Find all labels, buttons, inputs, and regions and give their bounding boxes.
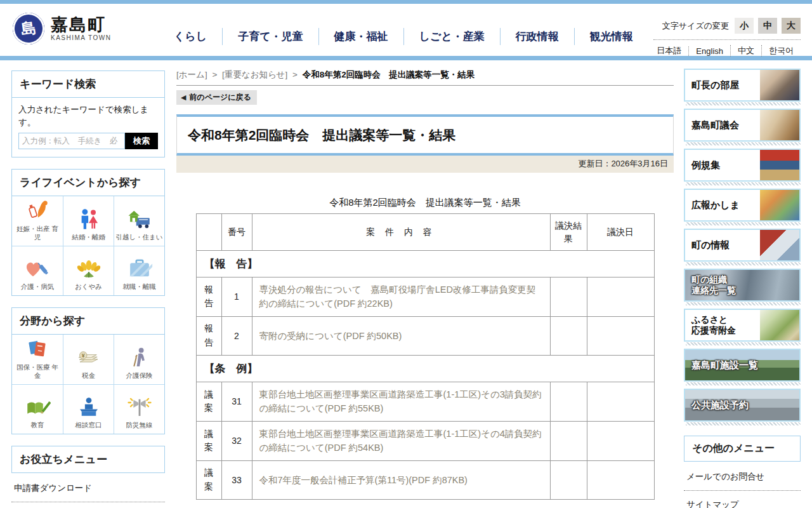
- life-event-employment[interactable]: 就職・離職: [114, 246, 164, 295]
- table-row: 議案 32 東部台地土地区画整理事業区画道路築造工事(1-1工区)その4請負契約…: [196, 421, 654, 460]
- life-event-care[interactable]: 介護・病気: [12, 246, 63, 295]
- row-content: 東部台地土地区画整理事業区画道路築造工事(1-1工区)その4請負契約の締結につい…: [252, 421, 550, 460]
- banner-label: 広報かしま: [685, 199, 740, 211]
- font-size-medium-button[interactable]: 中: [758, 18, 777, 34]
- banner-furusato[interactable]: ふるさと 応援寄附金: [684, 309, 801, 342]
- menu-item-gomi[interactable]: ごみ・リサイクル: [11, 502, 165, 508]
- nav-kosodate[interactable]: 子育て・児童: [222, 28, 318, 45]
- lang-english[interactable]: English: [688, 46, 730, 56]
- nav-gyosei[interactable]: 行政情報: [500, 28, 574, 45]
- keyword-search-box: キーワード検索 入力されたキーワードで検索します。 検索: [11, 70, 165, 157]
- banner-newsletter[interactable]: 広報かしま: [684, 189, 801, 222]
- banner-shadow: [686, 262, 801, 265]
- site-logo[interactable]: 島 嘉島町 KASHIMA TOWN: [13, 13, 111, 44]
- table-row: 議案 33 令和7年度一般会計補正予算(第11号)(PDF 約87KB): [196, 460, 654, 499]
- table-caption: 令和8年第2回臨時会 提出議案等一覧・結果: [176, 197, 674, 209]
- banner-regulations[interactable]: 例規集: [684, 149, 801, 182]
- keyword-search-input[interactable]: [18, 133, 125, 149]
- banner-council[interactable]: 嘉島町議会: [684, 109, 801, 142]
- breadcrumb-news[interactable]: [重要なお知らせ]: [222, 70, 287, 79]
- breadcrumb-home[interactable]: [ホーム]: [176, 70, 207, 79]
- banner-label: 町の情報: [685, 239, 730, 251]
- row-result: [550, 277, 587, 317]
- town-photo: [760, 230, 799, 260]
- font-size-large-button[interactable]: 大: [782, 18, 801, 34]
- life-event-label: 就職・離職: [122, 283, 156, 291]
- pdf-link[interactable]: 東部台地土地区画整理事業区画道路築造工事(1-1工区)その4請負契約の締結につい…: [259, 429, 542, 453]
- back-button-label: 前のページに戻る: [189, 92, 251, 103]
- nav-kanko[interactable]: 観光情報: [574, 28, 648, 45]
- life-event-pregnancy[interactable]: 妊娠・出産 育児: [12, 196, 63, 246]
- row-type: 議案: [196, 421, 221, 460]
- tax-icon: ¥: [75, 344, 102, 371]
- menu-item-sitemap[interactable]: サイトマップ: [684, 491, 801, 508]
- pdf-link[interactable]: 専決処分の報告について 嘉島町役場庁舎LED改修工事請負変更契約の締結について(…: [259, 284, 536, 309]
- header-utility: 文字サイズの変更 小 中 大 日本語 English 中文 한국어: [653, 18, 801, 57]
- life-events-box: ライフイベントから探す 妊娠・出産 育児: [11, 169, 165, 296]
- life-event-condolence[interactable]: おくやみ: [63, 246, 114, 295]
- other-menu-title: その他のメニュー: [684, 436, 800, 461]
- care-sickness-icon: [24, 255, 51, 283]
- category-disaster[interactable]: 防災無線: [114, 384, 164, 434]
- nav-shigoto[interactable]: しごと・産業: [403, 28, 500, 45]
- lang-korean[interactable]: 한국어: [761, 45, 801, 57]
- row-number: 32: [221, 421, 252, 460]
- banner-reservation[interactable]: 公共施設予約: [684, 389, 801, 422]
- menu-item-download[interactable]: 申請書ダウンロード: [11, 474, 165, 502]
- row-result: [550, 421, 587, 460]
- row-result: [550, 382, 587, 421]
- table-row: 議案 31 東部台地土地区画整理事業区画道路築造工事(1-1工区)その3請負契約…: [196, 382, 654, 421]
- banner-mayor[interactable]: 町長の部屋: [684, 69, 801, 102]
- right-sidebar: 町長の部屋 嘉島町議会 例規集 広報かしま 町の情報 町の組織 連絡先一覧: [684, 69, 801, 508]
- keyword-search-button[interactable]: 検索: [125, 133, 158, 149]
- font-size-small-button[interactable]: 小: [735, 18, 754, 34]
- col-content: 案 件 内 容: [252, 214, 550, 251]
- pdf-link[interactable]: 令和7年度一般会計補正予算(第11号)(PDF 約87KB): [259, 475, 468, 485]
- table-row: 報告 2 寄附の受納について(PDF 約50KB): [196, 316, 654, 355]
- town-emblem-icon: 島: [11, 11, 46, 46]
- council-photo: [760, 110, 799, 140]
- row-number: 2: [221, 316, 252, 355]
- row-date: [587, 316, 654, 355]
- banner-organization[interactable]: 町の組織 連絡先一覧: [684, 269, 801, 302]
- banner-facilities[interactable]: 嘉島町施設一覧: [684, 349, 801, 382]
- row-number: 33: [221, 460, 252, 499]
- banner-label: 公共施設予約: [685, 399, 749, 411]
- life-event-moving[interactable]: 引越し・住まい: [114, 196, 164, 246]
- banner-town-info[interactable]: 町の情報: [684, 229, 801, 262]
- col-type: [196, 214, 221, 251]
- lang-chinese[interactable]: 中文: [730, 45, 761, 57]
- category-nursing[interactable]: 介護保険: [114, 335, 164, 384]
- category-label: 税金: [82, 371, 95, 380]
- banner-shadow: [686, 302, 801, 305]
- back-button[interactable]: ◀ 前のページに戻る: [176, 90, 257, 105]
- mayor-photo: [760, 70, 799, 100]
- category-education[interactable]: 教育: [12, 384, 63, 434]
- updated-date: 更新日：2026年3月16日: [176, 156, 674, 173]
- category-label: 相談窓口: [75, 421, 102, 430]
- category-tax[interactable]: ¥ 税金: [63, 335, 114, 384]
- category-label: 介護保険: [126, 371, 153, 380]
- life-event-label: 結婚・離婚: [72, 233, 105, 242]
- nav-kenko[interactable]: 健康・福祉: [318, 28, 403, 45]
- font-size-switcher: 文字サイズの変更 小 中 大: [653, 18, 801, 40]
- category-label: 防災無線: [126, 421, 153, 430]
- lang-japanese[interactable]: 日本語: [650, 45, 688, 57]
- life-event-label: おくやみ: [75, 283, 102, 291]
- table-header-row: 番号 案 件 内 容 議決結果 議決日: [196, 214, 654, 251]
- life-event-marriage[interactable]: 結婚・離婚: [63, 196, 114, 246]
- category-consultation[interactable]: 相談窓口: [63, 384, 114, 434]
- furusato-photo: [760, 310, 799, 340]
- pdf-link[interactable]: 東部台地土地区画整理事業区画道路築造工事(1-1工区)その3請負契約の締結につい…: [259, 389, 542, 413]
- nav-kurashi[interactable]: くらし: [159, 28, 222, 45]
- col-number: 番号: [221, 214, 252, 251]
- category-insurance[interactable]: 国保・医療 年金: [12, 335, 63, 384]
- row-content: 寄附の受納について(PDF 約50KB): [252, 316, 550, 355]
- pdf-link[interactable]: 寄附の受納について(PDF 約50KB): [259, 331, 402, 341]
- other-menu-box: その他のメニュー: [684, 436, 801, 462]
- categories-title: 分野から探す: [12, 308, 164, 335]
- menu-item-mail-contact[interactable]: メールでのお問合せ: [684, 463, 801, 491]
- marriage-icon: [75, 205, 102, 233]
- section-row: 【条 例】: [196, 355, 654, 382]
- language-switcher: 日本語 English 中文 한국어: [653, 45, 801, 57]
